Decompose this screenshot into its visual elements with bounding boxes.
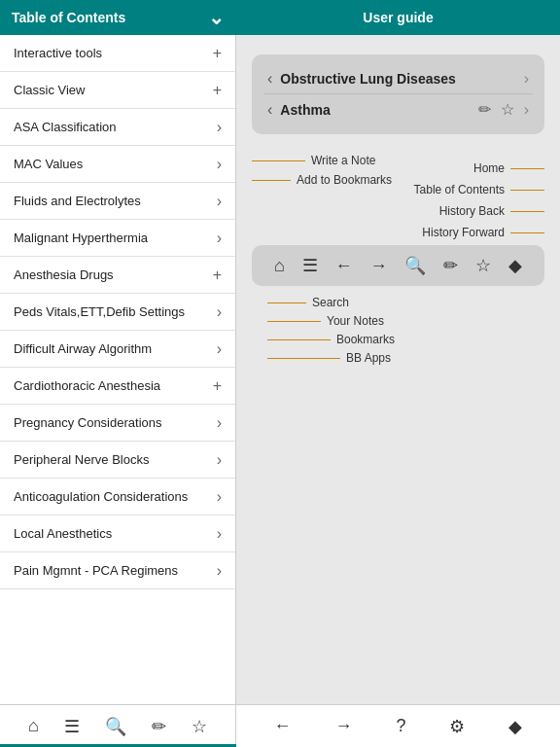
- header: Table of Contents ⌄ User guide: [0, 0, 560, 35]
- help-bottom-icon[interactable]: ?: [396, 716, 405, 736]
- edit-bottom-icon[interactable]: ✏: [152, 716, 166, 737]
- bb-apps-label: BB Apps: [346, 351, 391, 365]
- nav-forward-icon[interactable]: ›: [524, 70, 529, 88]
- history-back-label: History Back: [439, 204, 505, 218]
- nav-back-icon[interactable]: ‹: [267, 70, 272, 88]
- sidebar-item-icon: ›: [217, 525, 222, 543]
- sidebar-item-3[interactable]: MAC Values›: [0, 146, 235, 183]
- home-toolbar-icon[interactable]: ⌂: [274, 256, 285, 276]
- sidebar-item-4[interactable]: Fluids and Electrolytes›: [0, 183, 235, 220]
- write-note-label: Write a Note: [311, 154, 375, 167]
- bookmark-star-icon[interactable]: ☆: [501, 100, 514, 119]
- right-panel: ‹ Obstructive Lung Diseases › ‹ Asthma ✏…: [236, 35, 560, 704]
- annotation-history-forward: History Forward: [414, 226, 544, 239]
- list-toolbar-icon[interactable]: ☰: [302, 255, 318, 276]
- bottom-annotations: Search Your Notes Bookmarks BB Apps: [252, 296, 544, 365]
- sidebar-item-11[interactable]: Peripheral Nerve Blocks›: [0, 442, 235, 479]
- forward-bottom-icon[interactable]: →: [334, 716, 352, 736]
- bottom-bar: ⌂ ☰ 🔍 ✏ ☆ ← → ? ⚙ ◆: [0, 704, 560, 747]
- sidebar-item-label: Cardiothoracic Anesthesia: [14, 378, 213, 393]
- sidebar-item-label: MAC Values: [14, 157, 217, 171]
- sidebar-item-label: Malignant Hyperthermia: [14, 231, 217, 245]
- annotation-search: Search: [267, 296, 544, 309]
- sidebar-item-icon: +: [213, 377, 222, 395]
- search-toolbar-icon[interactable]: 🔍: [404, 255, 426, 276]
- edit-toolbar-icon[interactable]: ✏: [443, 255, 458, 276]
- panel-title: User guide: [363, 10, 433, 25]
- star-bottom-icon[interactable]: ☆: [192, 716, 207, 737]
- annotation-history-back: History Back: [414, 204, 544, 218]
- sidebar-item-2[interactable]: ASA Classification›: [0, 109, 235, 146]
- sidebar-item-8[interactable]: Difficult Airway Algorithm›: [0, 331, 235, 368]
- forward-toolbar-icon[interactable]: →: [369, 256, 387, 276]
- sidebar-item-7[interactable]: Peds Vitals,ETT,Defib Settings›: [0, 294, 235, 331]
- bottom-bar-right: ← → ? ⚙ ◆: [236, 705, 560, 747]
- annotation-toc: Table of Contents: [414, 183, 544, 196]
- nav-top-title: Obstructive Lung Diseases: [280, 71, 523, 87]
- sidebar-item-6[interactable]: Anesthesia Drugs+: [0, 257, 235, 294]
- nav-card: ‹ Obstructive Lung Diseases › ‹ Asthma ✏…: [252, 54, 544, 134]
- sidebar-item-10[interactable]: Pregnancy Considerations›: [0, 405, 235, 442]
- nav-card-top-row: ‹ Obstructive Lung Diseases ›: [263, 64, 533, 93]
- sidebar-item-label: Peripheral Nerve Blocks: [14, 452, 217, 467]
- annotation-bookmarks: Bookmarks: [267, 333, 544, 346]
- gear-bottom-icon[interactable]: ⚙: [449, 716, 465, 737]
- search-ann-label: Search: [312, 296, 349, 309]
- sidebar-item-icon: ›: [217, 451, 222, 469]
- sidebar-item-label: Fluids and Electrolytes: [14, 194, 217, 208]
- sidebar-item-label: Pain Mgmnt - PCA Regimens: [14, 563, 217, 578]
- your-notes-label: Your Notes: [327, 314, 384, 328]
- sidebar: Interactive tools+Classic View+ASA Class…: [0, 35, 236, 704]
- sidebar-item-14[interactable]: Pain Mgmnt - PCA Regimens›: [0, 552, 235, 589]
- bottom-bar-left: ⌂ ☰ 🔍 ✏ ☆: [0, 705, 236, 747]
- annotation-bb-apps: BB Apps: [267, 351, 544, 365]
- sidebar-title: Table of Contents: [12, 10, 125, 25]
- sidebar-item-9[interactable]: Cardiothoracic Anesthesia+: [0, 368, 235, 405]
- sidebar-item-icon: +: [213, 82, 222, 99]
- bookmarks-ann-label: Bookmarks: [336, 333, 395, 346]
- sidebar-item-icon: ›: [217, 488, 222, 506]
- sidebar-item-5[interactable]: Malignant Hyperthermia›: [0, 220, 235, 257]
- sidebar-item-icon: ›: [217, 414, 222, 432]
- sidebar-item-0[interactable]: Interactive tools+: [0, 35, 235, 72]
- annotation-your-notes: Your Notes: [267, 314, 544, 328]
- right-annotations: Home Table of Contents History Back Hist…: [414, 161, 544, 247]
- sidebar-item-label: Classic View: [14, 83, 213, 97]
- panel-header: User guide: [236, 0, 560, 35]
- star-toolbar-icon[interactable]: ☆: [475, 255, 491, 276]
- main-content: Interactive tools+Classic View+ASA Class…: [0, 35, 560, 704]
- nav-forward2-icon[interactable]: ›: [524, 101, 529, 119]
- sidebar-item-icon: +: [213, 267, 222, 284]
- home-ann-label: Home: [473, 161, 505, 175]
- sidebar-item-label: Difficult Airway Algorithm: [14, 341, 217, 356]
- nav-back2-icon[interactable]: ‹: [267, 101, 272, 119]
- add-bookmarks-label: Add to Bookmarks: [297, 173, 392, 187]
- sidebar-item-icon: ›: [217, 230, 222, 247]
- nav-bottom-title: Asthma: [280, 102, 477, 118]
- back-bottom-icon[interactable]: ←: [273, 716, 291, 736]
- toolbar-card: ⌂ ☰ ← → 🔍 ✏ ☆ ◆: [252, 245, 544, 286]
- sidebar-item-12[interactable]: Anticoagulation Considerations›: [0, 479, 235, 516]
- nav-actions: ✏ ☆ ›: [478, 100, 529, 119]
- sidebar-item-label: Peds Vitals,ETT,Defib Settings: [14, 304, 217, 319]
- sidebar-header: Table of Contents ⌄: [0, 0, 236, 35]
- sidebar-item-1[interactable]: Classic View+: [0, 72, 235, 109]
- back-toolbar-icon[interactable]: ←: [335, 256, 353, 276]
- search-bottom-icon[interactable]: 🔍: [105, 716, 126, 737]
- home-bottom-icon[interactable]: ⌂: [28, 716, 39, 736]
- history-forward-label: History Forward: [422, 226, 505, 239]
- diamond-toolbar-icon[interactable]: ◆: [508, 255, 522, 276]
- sidebar-item-label: Interactive tools: [14, 46, 213, 60]
- nav-card-bottom-row: ‹ Asthma ✏ ☆ ›: [263, 93, 533, 124]
- sidebar-item-icon: ›: [217, 562, 222, 580]
- sidebar-item-13[interactable]: Local Anesthetics›: [0, 516, 235, 552]
- chevron-down-icon[interactable]: ⌄: [208, 6, 225, 29]
- list-bottom-icon[interactable]: ☰: [64, 716, 80, 737]
- sidebar-item-label: Anesthesia Drugs: [14, 267, 213, 282]
- toc-ann-label: Table of Contents: [414, 183, 505, 196]
- sidebar-item-label: ASA Classification: [14, 120, 217, 134]
- annotation-home: Home: [414, 161, 544, 175]
- diamond-bottom-icon[interactable]: ◆: [508, 716, 522, 737]
- edit-icon[interactable]: ✏: [478, 100, 491, 119]
- sidebar-item-label: Local Anesthetics: [14, 526, 217, 541]
